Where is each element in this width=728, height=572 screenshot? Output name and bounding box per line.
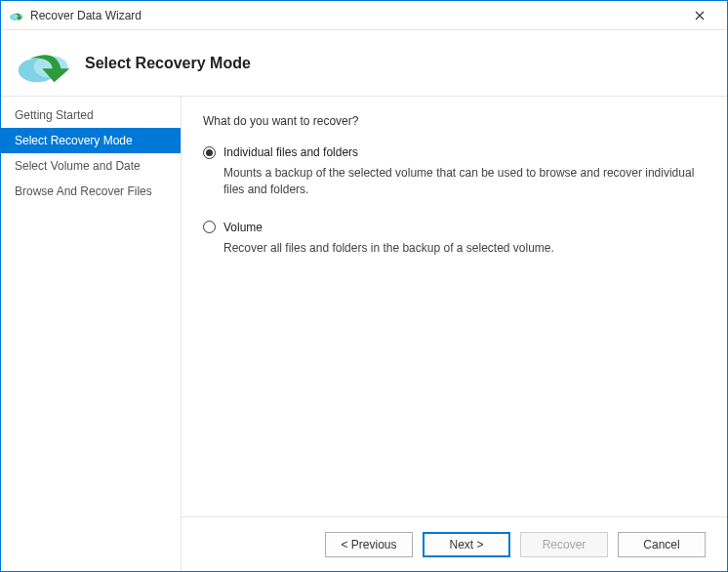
- window-title: Recover Data Wizard: [30, 9, 680, 22]
- cancel-button[interactable]: Cancel: [618, 532, 706, 557]
- content: What do you want to recover? Individual …: [182, 97, 727, 571]
- option-volume: Volume Recover all files and folders in …: [203, 221, 706, 257]
- app-icon: [9, 8, 24, 23]
- sidebar-item-browse-and-recover-files[interactable]: Browse And Recover Files: [1, 179, 181, 204]
- cloud-restore-icon: [17, 43, 71, 84]
- previous-button[interactable]: < Previous: [325, 532, 413, 557]
- body: Getting Started Select Recovery Mode Sel…: [1, 97, 727, 571]
- option-volume-label: Volume: [223, 221, 263, 234]
- radio-volume[interactable]: [203, 221, 216, 233]
- titlebar: Recover Data Wizard: [1, 1, 727, 30]
- option-individual-files: Individual files and folders Mounts a ba…: [203, 145, 706, 199]
- wizard-window: Recover Data Wizard Select Recovery Mode…: [0, 0, 728, 572]
- sidebar-item-getting-started[interactable]: Getting Started: [1, 102, 181, 128]
- option-volume-description: Recover all files and folders in the bac…: [223, 240, 706, 257]
- sidebar-item-select-recovery-mode[interactable]: Select Recovery Mode: [1, 128, 181, 153]
- sidebar-item-select-volume-and-date[interactable]: Select Volume and Date: [1, 153, 181, 179]
- radio-individual-files[interactable]: [203, 146, 216, 159]
- next-button[interactable]: Next >: [423, 532, 510, 557]
- recovery-question: What do you want to recover?: [203, 114, 706, 128]
- close-button[interactable]: [680, 2, 719, 29]
- recover-button: Recover: [520, 532, 608, 557]
- content-inner: What do you want to recover? Individual …: [182, 97, 727, 516]
- option-individual-files-description: Mounts a backup of the selected volume t…: [223, 165, 706, 199]
- page-title: Select Recovery Mode: [85, 55, 251, 72]
- header: Select Recovery Mode: [1, 30, 727, 97]
- option-individual-files-header[interactable]: Individual files and folders: [203, 145, 706, 159]
- option-individual-files-label: Individual files and folders: [223, 145, 358, 159]
- sidebar: Getting Started Select Recovery Mode Sel…: [1, 97, 182, 571]
- footer: < Previous Next > Recover Cancel: [182, 516, 727, 571]
- option-volume-header[interactable]: Volume: [203, 221, 706, 234]
